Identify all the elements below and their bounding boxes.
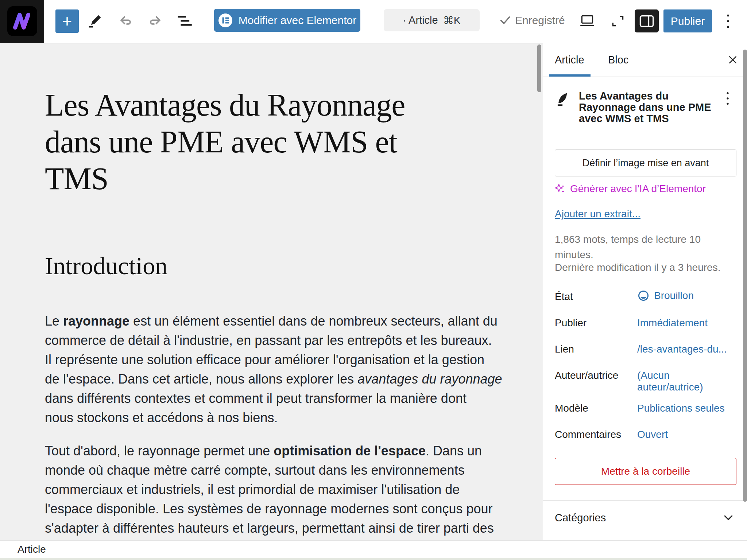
redo-icon: [148, 13, 163, 29]
post-type-quill-icon: [554, 91, 570, 107]
row-label: Commentaires: [555, 429, 621, 440]
row-value-link[interactable]: /les-avantages-du...: [637, 343, 738, 355]
window-bottom-strip: [0, 558, 747, 560]
paragraph-line[interactable]: monde où chaque mètre carré compte, surt…: [45, 461, 519, 479]
expand-icon: [610, 13, 626, 29]
options-menu-button[interactable]: [718, 11, 738, 31]
command-shortcut: ⌘K: [443, 14, 461, 27]
paragraph-line[interactable]: commerciaux et industriels, il est primo…: [45, 481, 519, 499]
elementor-button-label: Modifier avec Elementor: [239, 14, 356, 27]
generate-ai-link[interactable]: Générer avec l’IA d’Elementor: [555, 183, 706, 195]
paragraph-line[interactable]: nous stockons et accédons à nos biens.: [45, 409, 519, 427]
row-value-link[interactable]: Ouvert: [637, 429, 738, 440]
paragraph-line[interactable]: s'adapter à différentes hauteurs et larg…: [45, 519, 519, 537]
post-title-line: Les Avantages du Rayonnage: [45, 87, 405, 124]
check-icon: [500, 15, 511, 26]
undo-button[interactable]: [115, 11, 136, 31]
paragraph-line[interactable]: de l'espace. Dans cet article, nous allo…: [45, 370, 519, 388]
site-logo: [7, 6, 37, 36]
row-value-link[interactable]: Immédiatement: [637, 317, 738, 329]
tools-pencil-button[interactable]: [85, 11, 105, 31]
row-value-link[interactable]: (Aucun auteur/autrice): [637, 370, 725, 393]
categories-panel-toggle[interactable]: Catégories: [543, 501, 747, 535]
fullscreen-button[interactable]: [608, 11, 628, 31]
post-title-line: TMS: [45, 160, 405, 197]
list-view-button[interactable]: [174, 11, 195, 31]
row-value-link[interactable]: Publications seules: [637, 402, 738, 414]
sidebar-scrollbar[interactable]: [743, 50, 747, 502]
row-label: Lien: [555, 343, 574, 355]
sidebar-post-title[interactable]: Les Avantages du Rayonnage dans une PME …: [579, 90, 720, 124]
row-label: Auteur/autrice: [555, 370, 618, 381]
move-to-trash-button[interactable]: Mettre à la corbeille: [555, 458, 736, 485]
post-title-line: dans une PME avec WMS et: [45, 124, 405, 160]
elementor-logo-icon: [218, 13, 233, 28]
chevron-down-icon: [724, 515, 733, 520]
add-excerpt-link[interactable]: Ajouter un extrait...: [555, 208, 640, 220]
kebab-menu-icon: [725, 13, 731, 29]
preview-button[interactable]: [577, 11, 597, 31]
breadcrumb[interactable]: Article: [18, 544, 46, 555]
close-icon: [728, 55, 738, 65]
content-scrollbar[interactable]: [537, 44, 541, 92]
ai-sparkle-icon: [555, 183, 566, 194]
word-count-text: 1,863 mots, temps de lecture 10 minutes.: [555, 232, 723, 262]
divider: [543, 535, 747, 535]
close-sidebar-button[interactable]: [725, 52, 740, 67]
laptop-icon: [579, 13, 596, 29]
redo-button[interactable]: [145, 11, 166, 31]
paragraph-line[interactable]: dans différents contextes et comment il …: [45, 389, 519, 408]
editor-top-bar: +: [0, 0, 747, 43]
site-logo-mark-icon: [7, 6, 37, 36]
publish-button[interactable]: Publier: [663, 9, 712, 32]
kebab-menu-icon: [725, 91, 730, 106]
site-logo-block[interactable]: [0, 0, 44, 43]
post-title[interactable]: Les Avantages du Rayonnage dans une PME …: [45, 87, 405, 197]
command-label: · Article: [403, 14, 438, 26]
settings-sidebar: Article Bloc Les Avantages du Rayonnage …: [543, 43, 747, 540]
list-view-icon: [177, 13, 192, 29]
intro-heading[interactable]: Introduction: [45, 252, 167, 280]
draft-status-icon: [637, 289, 650, 302]
status-value-button[interactable]: Brouillon: [637, 289, 694, 302]
row-label: Modèle: [555, 402, 588, 414]
editor-window: +: [0, 0, 747, 560]
command-center-button[interactable]: · Article ⌘K: [384, 9, 480, 31]
add-block-button[interactable]: +: [55, 9, 79, 33]
paragraph-line[interactable]: Tout d'abord, le rayonnage permet une op…: [45, 442, 519, 460]
sidebar-panel-icon: [639, 14, 655, 28]
row-label: État: [555, 291, 573, 303]
undo-icon: [118, 13, 133, 29]
row-label: Publier: [555, 317, 587, 329]
edit-with-elementor-button[interactable]: Modifier avec Elementor: [214, 9, 360, 32]
set-featured-image-button[interactable]: Définir l’image mise en avant: [555, 149, 736, 176]
tab-article[interactable]: Article: [555, 43, 584, 77]
paragraph-line[interactable]: commerce de détail à l'industrie, en pas…: [45, 331, 519, 350]
divider: [543, 77, 747, 77]
categories-panel-label: Catégories: [555, 512, 606, 524]
breadcrumb-bar: Article: [0, 540, 747, 558]
paragraph-line[interactable]: l'espace disponible. Les systèmes de ray…: [45, 500, 519, 518]
saved-label: Enregistré: [515, 14, 565, 27]
paragraph-line[interactable]: Le rayonnage est un élément essentiel da…: [45, 312, 519, 330]
status-value: Brouillon: [654, 290, 694, 302]
settings-sidebar-toggle[interactable]: [635, 9, 659, 32]
generate-ai-label: Générer avec l’IA d’Elementor: [570, 183, 706, 195]
post-card-options-button[interactable]: [725, 91, 730, 106]
last-modified-text: Dernière modification il y a 3 heures.: [555, 262, 744, 273]
tab-bloc[interactable]: Bloc: [608, 43, 628, 77]
saved-status: Enregistré: [500, 9, 565, 31]
paragraph-line[interactable]: Il représente une solution efficace pour…: [45, 351, 519, 369]
pencil-icon: [88, 14, 102, 28]
